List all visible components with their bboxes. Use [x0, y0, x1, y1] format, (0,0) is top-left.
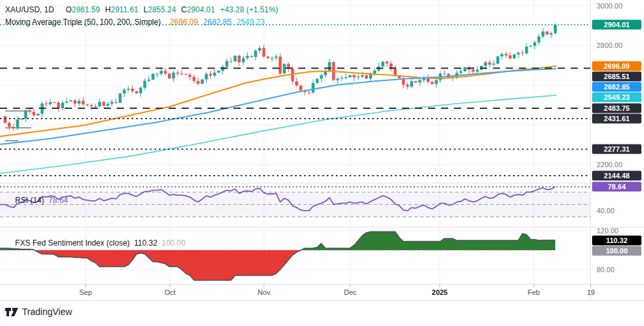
rsi-value: 78.64	[49, 196, 68, 205]
ohlc-value: 2855.24	[148, 5, 176, 14]
fed-title: FXS Fed Sentiment Index (close)	[15, 239, 130, 248]
ma-value: 2696.09	[170, 17, 198, 27]
price-badge: 100.00	[592, 246, 641, 255]
ma-value: 2549.23	[237, 17, 265, 27]
rsi-params: (14)	[30, 196, 44, 205]
ohlc-value: 2911.61	[111, 5, 139, 14]
ohlc-values: O2861.59H2911.61L2855.24C2904.01	[60, 5, 215, 14]
symbol-title: XAU/USD, 1D	[5, 5, 54, 14]
price-axis-label: 3000.00	[597, 1, 623, 10]
fed-baseline-value: 100.00	[161, 239, 185, 248]
rsi-legend-row[interactable]: RSI (14) 78.64	[6, 187, 68, 214]
price-axis-label: 80.00	[597, 265, 615, 274]
price-badge: 2696.09	[592, 61, 641, 71]
time-axis-label: 2025	[432, 288, 447, 296]
symbol-legend-row[interactable]: XAU/USD, 1DO2861.59H2911.61L2855.24C2904…	[5, 3, 278, 16]
chart-canvas[interactable]	[0, 0, 644, 326]
price-axis-label: 40.00	[597, 206, 615, 215]
fed-legend-row[interactable]: FXS Fed Sentiment Index (close) 110.32 1…	[6, 229, 185, 257]
ohlc-key: H	[105, 5, 111, 14]
price-badge: 2685.51	[592, 71, 641, 81]
ma-indicator-legend-row[interactable]: Moving Average Triple (50, 100, 200, Sim…	[5, 16, 278, 28]
price-badge: 78.64	[592, 182, 641, 192]
price-badge: 110.32	[592, 235, 641, 245]
time-axis-label: Dec	[344, 288, 357, 296]
tradingview-watermark-label: TradingView	[22, 307, 72, 317]
price-axis-label: 2800.00	[597, 41, 623, 50]
chart-legend: XAU/USD, 1DO2861.59H2911.61L2855.24C2904…	[5, 3, 278, 28]
price-badge: 2682.85	[592, 82, 641, 91]
tradingview-logo-icon	[5, 307, 18, 317]
ohlc-key: C	[181, 5, 187, 14]
ma-indicator-values: 2696.092682.852549.23	[165, 17, 265, 27]
price-axis-label: 2200.00	[597, 160, 623, 169]
ohlc-key: L	[143, 5, 148, 14]
price-axis-label: 120.00	[597, 226, 619, 235]
time-axis-label: Sep	[79, 288, 92, 296]
time-axis-label: 19	[587, 288, 595, 296]
price-badge: 2431.61	[592, 114, 641, 124]
change-value: +43.28 (+1.51%)	[220, 5, 278, 14]
price-badge: 2904.01	[592, 20, 641, 30]
price-badge: 2549.23	[592, 92, 641, 102]
price-badge: 2144.48	[592, 171, 641, 181]
ohlc-key: O	[66, 5, 71, 14]
rsi-title: RSI	[15, 196, 28, 205]
ma-indicator-title: Moving Average Triple (50, 100, 200, Sim…	[5, 17, 161, 27]
price-badge: 2277.31	[592, 145, 641, 154]
fed-value: 110.32	[134, 239, 158, 248]
time-axis-label: Oct	[164, 288, 175, 296]
price-badge: 2483.75	[592, 104, 641, 113]
ohlc-value: 2861.59	[72, 5, 100, 14]
ma-value: 2682.85	[203, 17, 231, 27]
tradingview-chart-widget: XAU/USD, 1DO2861.59H2911.61L2855.24C2904…	[0, 0, 644, 326]
time-axis-label: Feb	[528, 288, 540, 296]
ohlc-value: 2904.01	[187, 5, 215, 14]
tradingview-watermark[interactable]: TradingView	[5, 307, 72, 317]
time-axis-label: Nov	[257, 288, 270, 296]
